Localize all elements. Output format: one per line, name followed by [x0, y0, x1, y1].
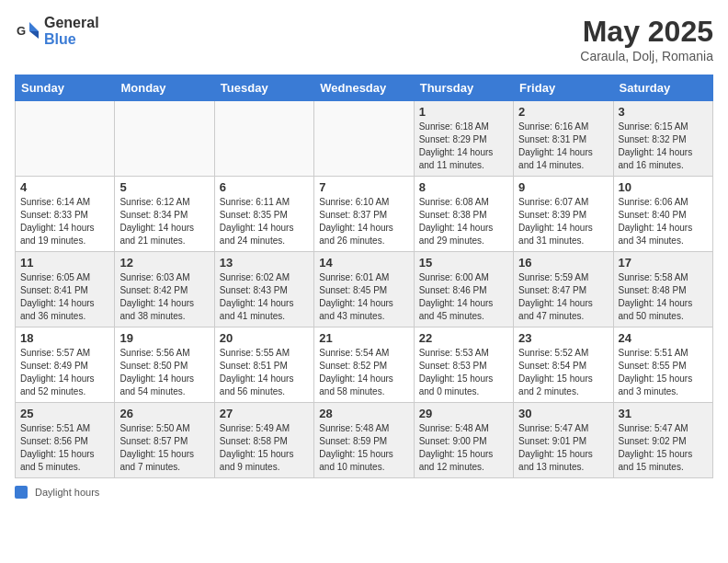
calendar-cell: 21Sunrise: 5:54 AM Sunset: 8:52 PM Dayli… [314, 327, 414, 403]
day-number: 28 [319, 407, 408, 420]
calendar-cell: 11Sunrise: 6:05 AM Sunset: 8:41 PM Dayli… [16, 252, 115, 327]
day-info: Sunrise: 5:49 AM Sunset: 8:58 PM Dayligh… [220, 422, 309, 474]
day-info: Sunrise: 5:51 AM Sunset: 8:55 PM Dayligh… [619, 347, 708, 398]
title-area: May 2025 Caraula, Dolj, Romania [580, 15, 713, 63]
svg-text:G: G [17, 24, 26, 38]
calendar-week-2: 4Sunrise: 6:14 AM Sunset: 8:33 PM Daylig… [16, 177, 713, 252]
page-header: G General Blue May 2025 Caraula, Dolj, R… [15, 15, 713, 63]
day-info: Sunrise: 6:03 AM Sunset: 8:42 PM Dayligh… [119, 271, 209, 323]
calendar-cell: 19Sunrise: 5:56 AM Sunset: 8:50 PM Dayli… [115, 327, 214, 403]
day-number: 6 [220, 180, 309, 194]
logo-blue: Blue [44, 31, 76, 47]
calendar-cell: 6Sunrise: 6:11 AM Sunset: 8:35 PM Daylig… [214, 177, 313, 252]
day-info: Sunrise: 6:15 AM Sunset: 8:32 PM Dayligh… [619, 121, 708, 172]
svg-marker-2 [29, 31, 39, 39]
day-number: 4 [20, 180, 109, 194]
day-info: Sunrise: 5:52 AM Sunset: 8:54 PM Dayligh… [518, 347, 608, 398]
day-info: Sunrise: 6:02 AM Sunset: 8:43 PM Dayligh… [220, 271, 309, 323]
calendar-cell: 2Sunrise: 6:16 AM Sunset: 8:31 PM Daylig… [514, 101, 613, 177]
day-info: Sunrise: 5:53 AM Sunset: 8:53 PM Dayligh… [419, 347, 508, 398]
day-number: 31 [619, 407, 708, 420]
weekday-header-friday: Friday [514, 75, 613, 101]
day-info: Sunrise: 6:07 AM Sunset: 8:39 PM Dayligh… [518, 196, 608, 247]
calendar-cell: 18Sunrise: 5:57 AM Sunset: 8:49 PM Dayli… [16, 327, 115, 403]
calendar-cell: 7Sunrise: 6:10 AM Sunset: 8:37 PM Daylig… [314, 177, 414, 252]
calendar-cell: 30Sunrise: 5:47 AM Sunset: 9:01 PM Dayli… [514, 403, 613, 478]
day-number: 22 [419, 331, 508, 345]
day-info: Sunrise: 5:54 AM Sunset: 8:52 PM Dayligh… [319, 347, 408, 398]
day-number: 23 [518, 331, 608, 345]
calendar-cell: 4Sunrise: 6:14 AM Sunset: 8:33 PM Daylig… [16, 177, 115, 252]
calendar-cell: 31Sunrise: 5:47 AM Sunset: 9:02 PM Dayli… [613, 403, 712, 478]
day-info: Sunrise: 5:47 AM Sunset: 9:02 PM Dayligh… [619, 422, 708, 474]
logo-general: General [44, 15, 99, 30]
day-number: 18 [20, 331, 109, 345]
day-info: Sunrise: 6:12 AM Sunset: 8:34 PM Dayligh… [119, 196, 209, 247]
day-info: Sunrise: 5:59 AM Sunset: 8:47 PM Dayligh… [518, 271, 608, 323]
logo-icon: G [15, 18, 40, 44]
day-number: 1 [419, 105, 508, 119]
day-info: Sunrise: 6:10 AM Sunset: 8:37 PM Dayligh… [319, 196, 408, 247]
calendar-cell [16, 101, 115, 177]
day-number: 17 [619, 256, 708, 270]
day-number: 8 [419, 180, 508, 194]
calendar-cell: 20Sunrise: 5:55 AM Sunset: 8:51 PM Dayli… [214, 327, 313, 403]
day-number: 27 [220, 407, 309, 420]
day-number: 26 [119, 407, 209, 420]
logo: G General Blue [15, 15, 99, 48]
day-number: 25 [20, 407, 109, 420]
calendar-week-4: 18Sunrise: 5:57 AM Sunset: 8:49 PM Dayli… [16, 327, 713, 403]
day-number: 9 [518, 180, 608, 194]
calendar-week-3: 11Sunrise: 6:05 AM Sunset: 8:41 PM Dayli… [16, 252, 713, 327]
day-info: Sunrise: 6:16 AM Sunset: 8:31 PM Dayligh… [518, 121, 608, 172]
day-info: Sunrise: 6:05 AM Sunset: 8:41 PM Dayligh… [20, 271, 109, 323]
calendar-cell [214, 101, 313, 177]
day-number: 19 [119, 331, 209, 345]
day-info: Sunrise: 6:18 AM Sunset: 8:29 PM Dayligh… [419, 121, 508, 172]
calendar-cell: 1Sunrise: 6:18 AM Sunset: 8:29 PM Daylig… [414, 101, 513, 177]
day-info: Sunrise: 6:00 AM Sunset: 8:46 PM Dayligh… [419, 271, 508, 323]
month-title: May 2025 [580, 15, 713, 49]
day-info: Sunrise: 6:01 AM Sunset: 8:45 PM Dayligh… [319, 271, 408, 323]
legend-color-box [15, 486, 28, 499]
day-info: Sunrise: 5:48 AM Sunset: 9:00 PM Dayligh… [419, 422, 508, 474]
calendar-cell: 8Sunrise: 6:08 AM Sunset: 8:38 PM Daylig… [414, 177, 513, 252]
day-info: Sunrise: 6:14 AM Sunset: 8:33 PM Dayligh… [20, 196, 109, 247]
day-number: 5 [119, 180, 209, 194]
day-info: Sunrise: 6:06 AM Sunset: 8:40 PM Dayligh… [619, 196, 708, 247]
calendar-cell: 24Sunrise: 5:51 AM Sunset: 8:55 PM Dayli… [613, 327, 712, 403]
day-info: Sunrise: 5:48 AM Sunset: 8:59 PM Dayligh… [319, 422, 408, 474]
calendar-cell: 16Sunrise: 5:59 AM Sunset: 8:47 PM Dayli… [514, 252, 613, 327]
calendar-cell: 22Sunrise: 5:53 AM Sunset: 8:53 PM Dayli… [414, 327, 513, 403]
day-number: 12 [119, 256, 209, 270]
calendar-cell [115, 101, 214, 177]
day-number: 30 [518, 407, 608, 420]
calendar-cell: 25Sunrise: 5:51 AM Sunset: 8:56 PM Dayli… [16, 403, 115, 478]
day-info: Sunrise: 5:51 AM Sunset: 8:56 PM Dayligh… [20, 422, 109, 474]
location-subtitle: Caraula, Dolj, Romania [580, 49, 713, 63]
calendar-cell: 15Sunrise: 6:00 AM Sunset: 8:46 PM Dayli… [414, 252, 513, 327]
day-number: 29 [419, 407, 508, 420]
day-number: 10 [619, 180, 708, 194]
weekday-header-thursday: Thursday [414, 75, 513, 101]
calendar-week-1: 1Sunrise: 6:18 AM Sunset: 8:29 PM Daylig… [16, 101, 713, 177]
calendar-cell: 27Sunrise: 5:49 AM Sunset: 8:58 PM Dayli… [214, 403, 313, 478]
day-number: 16 [518, 256, 608, 270]
day-number: 2 [518, 105, 608, 119]
calendar-week-5: 25Sunrise: 5:51 AM Sunset: 8:56 PM Dayli… [16, 403, 713, 478]
day-number: 20 [220, 331, 309, 345]
calendar-cell [314, 101, 414, 177]
day-info: Sunrise: 5:57 AM Sunset: 8:49 PM Dayligh… [20, 347, 109, 398]
day-info: Sunrise: 5:55 AM Sunset: 8:51 PM Dayligh… [220, 347, 309, 398]
day-number: 7 [319, 180, 408, 194]
legend: Daylight hours [15, 486, 713, 499]
logo-text: General Blue [44, 15, 99, 48]
calendar-cell: 13Sunrise: 6:02 AM Sunset: 8:43 PM Dayli… [214, 252, 313, 327]
calendar-cell: 12Sunrise: 6:03 AM Sunset: 8:42 PM Dayli… [115, 252, 214, 327]
weekday-header-row: SundayMondayTuesdayWednesdayThursdayFrid… [16, 75, 713, 101]
weekday-header-wednesday: Wednesday [314, 75, 414, 101]
calendar-cell: 26Sunrise: 5:50 AM Sunset: 8:57 PM Dayli… [115, 403, 214, 478]
day-number: 3 [619, 105, 708, 119]
day-info: Sunrise: 5:58 AM Sunset: 8:48 PM Dayligh… [619, 271, 708, 323]
day-info: Sunrise: 5:47 AM Sunset: 9:01 PM Dayligh… [518, 422, 608, 474]
